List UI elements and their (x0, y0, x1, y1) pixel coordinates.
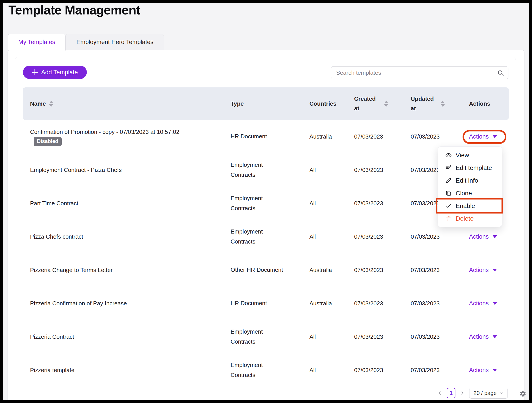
menu-item-enable[interactable]: Enable (438, 199, 502, 212)
cell-updated-at: 07/03/2023 (411, 133, 469, 140)
template-name: Pizza Chefs contract (30, 233, 83, 240)
template-name: Pizzeria template (30, 367, 74, 373)
menu-item-edit-info[interactable]: Edit info (438, 174, 502, 187)
column-header-updated-at: Updated at (411, 94, 469, 113)
sort-icon[interactable] (441, 101, 445, 107)
cell-actions: Actions (469, 133, 509, 140)
template-name: Pizzeria Change to Terms Letter (30, 267, 113, 273)
sort-icon[interactable] (384, 101, 388, 107)
table-row: Confirmation of Promotion - copy - 07/03… (23, 120, 509, 153)
cell-created-at: 07/03/2023 (354, 167, 411, 174)
cell-updated-at: 07/03/2023 (411, 267, 469, 273)
row-actions-button[interactable]: Actions (469, 367, 497, 374)
cell-created-at: 07/03/2023 (354, 300, 411, 307)
template-name: Employment Contract - Pizza Chefs (30, 167, 122, 173)
table-row: Pizza Chefs contract Employment Contract… (23, 220, 509, 253)
cell-name: Part Time Contract (30, 198, 231, 209)
chevron-down-icon (493, 269, 497, 272)
edit-template-icon (445, 165, 452, 171)
chevron-down-icon (493, 135, 497, 138)
cell-type: Other HR Document (231, 265, 309, 275)
eye-icon (445, 152, 452, 159)
search-box (331, 66, 508, 79)
cell-countries: All (309, 333, 354, 340)
chevron-down-icon (499, 391, 504, 396)
page-title: Template Management (8, 3, 140, 17)
plus-icon (32, 69, 38, 75)
sort-icon[interactable] (49, 101, 53, 107)
cell-type: Employment Contracts (231, 327, 309, 347)
next-page-button[interactable] (459, 390, 465, 396)
pencil-icon (445, 177, 452, 184)
cell-name: Employment Contract - Pizza Chefs (30, 165, 231, 175)
template-management-screen: Template Management My Templates Employm… (0, 0, 532, 403)
cell-type: Employment Contracts (231, 160, 309, 180)
row-actions-button[interactable]: Actions (469, 233, 497, 240)
table-header: Name Type Countries Created at Updated a… (23, 87, 509, 120)
search-icon (497, 69, 504, 76)
cell-updated-at: 07/03/2023 (411, 367, 469, 374)
row-actions-button[interactable]: Actions (469, 267, 497, 273)
tab-my-templates[interactable]: My Templates (8, 34, 66, 50)
column-header-created-at: Created at (354, 94, 411, 113)
cell-name: Pizzeria Contract (30, 332, 231, 342)
page-size-select[interactable]: 20 / page (469, 388, 508, 398)
chevron-down-icon (493, 302, 497, 305)
table-row: Pizzeria Contract Employment Contracts A… (23, 320, 509, 353)
column-header-type: Type (231, 100, 309, 107)
template-name: Part Time Contract (30, 200, 78, 207)
prev-page-button[interactable] (437, 390, 443, 396)
cell-updated-at: 07/03/2023 (411, 333, 469, 340)
cell-type: Employment Contracts (231, 227, 309, 247)
cell-actions: Actions (469, 300, 509, 307)
template-name: Pizzeria Contract (30, 333, 74, 340)
menu-item-edit-template[interactable]: Edit template (438, 161, 502, 174)
table-body: Confirmation of Promotion - copy - 07/03… (23, 120, 509, 387)
chevron-right-icon (459, 390, 465, 396)
cell-actions: Actions (469, 333, 509, 340)
table-row: Pizzeria template Employment Contracts A… (23, 353, 509, 387)
clone-icon (445, 190, 452, 197)
row-actions-button[interactable]: Actions (469, 333, 497, 340)
cell-name: Pizza Chefs contract (30, 231, 231, 242)
templates-card: Add Template Name Type Countries Created… (15, 57, 516, 403)
cell-type: Employment Contracts (231, 193, 309, 213)
cell-created-at: 07/03/2023 (354, 200, 411, 207)
current-page[interactable]: 1 (447, 388, 456, 398)
cell-countries: All (309, 367, 354, 374)
cell-actions: Actions (469, 367, 509, 374)
cell-created-at: 07/03/2023 (354, 333, 411, 340)
cell-actions: Actions (469, 233, 509, 240)
chevron-down-icon (493, 335, 497, 338)
table-row: Employment Contract - Pizza Chefs Employ… (23, 153, 509, 186)
cell-updated-at: 07/03/2023 (411, 300, 469, 307)
actions-dropdown-menu: View Edit template Edit info Clone (438, 146, 502, 227)
row-actions-button[interactable]: Actions (469, 300, 497, 307)
add-template-button[interactable]: Add Template (23, 66, 87, 79)
settings-gear-icon[interactable] (519, 390, 526, 397)
pagination: 1 20 / page (437, 388, 508, 398)
column-header-countries: Countries (309, 100, 354, 107)
tab-employment-hero-templates[interactable]: Employment Hero Templates (66, 34, 164, 50)
cell-countries: Australia (309, 267, 354, 273)
cell-name: Pizzeria template (30, 365, 231, 375)
cell-name: Pizzeria Change to Terms Letter (30, 265, 231, 275)
cell-countries: All (309, 167, 354, 174)
cell-countries: Australia (309, 300, 354, 307)
table-row: Pizzeria Confirmation of Pay Increase HR… (23, 287, 509, 320)
menu-item-clone[interactable]: Clone (438, 187, 502, 199)
row-actions-button[interactable]: Actions (469, 133, 497, 140)
menu-item-view[interactable]: View (438, 149, 502, 161)
cell-countries: Australia (309, 133, 354, 140)
chevron-down-icon (493, 369, 497, 372)
page-size-value: 20 / page (474, 390, 497, 396)
table-row: Part Time Contract Employment Contracts … (23, 186, 509, 220)
menu-item-delete[interactable]: Delete (438, 212, 502, 225)
cell-created-at: 07/03/2023 (354, 267, 411, 273)
search-input[interactable] (331, 67, 508, 79)
check-icon (445, 203, 452, 209)
status-badge: Disabled (34, 137, 62, 146)
cell-countries: All (309, 200, 354, 207)
template-name: Pizzeria Confirmation of Pay Increase (30, 300, 127, 307)
column-header-name: Name (30, 100, 231, 107)
